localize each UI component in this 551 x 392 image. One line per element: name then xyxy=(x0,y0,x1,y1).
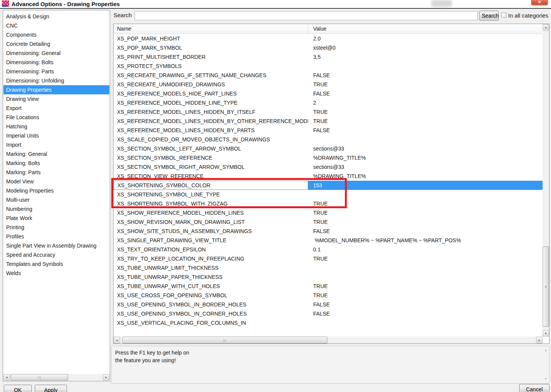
sidebar-item[interactable]: Dimensioning: Parts xyxy=(3,67,109,76)
sidebar-item[interactable]: Hatching xyxy=(3,122,109,131)
sidebar-item[interactable]: Marking: General xyxy=(3,149,109,159)
option-name-cell[interactable]: XS_REFERENCE_MODEL_HIDDEN_LINE_TYPE xyxy=(114,98,308,107)
sidebar-item[interactable]: Concrete Detailing xyxy=(3,39,109,49)
option-name-cell[interactable]: XS_SHOW_SITE_STUDS_IN_ASSEMBLY_DRAWINGS xyxy=(114,227,308,236)
option-name-cell[interactable]: XS_USE_OPENING_SYMBOL_IN_CORNER_HOLES xyxy=(114,309,308,318)
sidebar-item[interactable]: Plate Work xyxy=(3,214,109,223)
option-name-cell[interactable]: XS_TRY_TO_KEEP_LOCATION_IN_FREEPLACING xyxy=(114,254,308,263)
sidebar-item[interactable]: Marking: Parts xyxy=(3,168,109,177)
sidebar-item[interactable]: Model View xyxy=(3,177,109,186)
sidebar-horizontal-scrollbar[interactable]: ◄ ||| ► xyxy=(3,374,109,381)
table-row[interactable]: XS_REFERENCE_MODELS_HIDE_PART_LINES FALS… xyxy=(114,89,543,98)
option-value-cell[interactable] xyxy=(308,263,543,272)
option-name-cell[interactable]: XS_USE_VERTICAL_PLACING_FOR_COLUMNS_IN xyxy=(114,318,308,327)
table-row[interactable]: XS_SECTION_SYMBOL_REFERENCE %DRAWING_TIT… xyxy=(114,153,543,162)
sidebar-item[interactable]: Imperial Units xyxy=(3,131,109,140)
option-name-cell[interactable]: XS_PRINT_MULTISHEET_BORDER xyxy=(114,52,308,62)
sidebar-item[interactable]: Import xyxy=(3,140,109,149)
option-name-cell[interactable]: XS_SECTION_SYMBOL_REFERENCE xyxy=(114,153,308,162)
option-name-cell[interactable]: XS_TUBE_UNWRAP_PAPER_THICKNESS xyxy=(114,272,308,282)
table-scrollbar-track[interactable]: ||| xyxy=(120,337,536,343)
option-name-cell[interactable]: XS_TEXT_ORIENTATION_EPSILON xyxy=(114,245,308,254)
option-value-cell[interactable]: TRUE xyxy=(308,199,543,208)
option-value-cell[interactable]: 2 xyxy=(308,98,543,107)
sidebar-item[interactable]: Analysis & Design xyxy=(3,12,109,21)
option-value-cell[interactable] xyxy=(308,135,543,144)
sidebar-item[interactable]: Drawing View xyxy=(3,94,109,104)
option-value-cell[interactable]: TRUE xyxy=(308,117,543,126)
sidebar-item[interactable]: Welds xyxy=(3,269,109,278)
option-name-cell[interactable]: XS_TUBE_UNWRAP_WITH_CUT_HOLES xyxy=(114,282,308,291)
table-row[interactable]: XS_USE_OPENING_SYMBOL_IN_BORDER_HOLES FA… xyxy=(114,300,543,309)
sidebar-item[interactable]: Printing xyxy=(3,223,109,232)
table-row[interactable]: XS_RECREATE_UNMODIFIED_DRAWINGS TRUE xyxy=(114,80,543,89)
table-row[interactable]: XS_SHOW_REFERENCE_MODEL_HIDDEN_LINES TRU… xyxy=(114,208,543,217)
table-row[interactable]: XS_PRINT_MULTISHEET_BORDER 3,5 xyxy=(114,52,543,62)
table-row[interactable]: XS_RECREATE_DRAWING_IF_SETTING_NAME_CHAN… xyxy=(114,71,543,80)
table-row[interactable]: XS_SHORTENING_SYMBOL_LINE_TYPE xyxy=(114,190,543,199)
table-row[interactable]: XS_SINGLE_PART_DRAWING_VIEW_TITLE %MODEL… xyxy=(114,236,543,245)
table-row[interactable]: XS_POP_MARK_SYMBOL xsteel@0 xyxy=(114,43,543,52)
option-value-cell[interactable] xyxy=(308,190,543,199)
sidebar-item[interactable]: Components xyxy=(3,30,109,39)
table-row[interactable]: XS_POP_MARK_HEIGHT 2.0 xyxy=(114,34,543,43)
option-name-cell[interactable]: XS_SECTION_SYMBOL_LEFT_ARROW_SYMBOL xyxy=(114,144,308,153)
table-row[interactable]: XS_SECTION_SYMBOL_RIGHT_ARROW_SYMBOL sec… xyxy=(114,162,543,172)
sidebar-item[interactable]: Multi-user xyxy=(3,195,109,204)
option-value-cell[interactable]: sections@33 xyxy=(308,144,543,153)
option-value-cell[interactable]: FALSE xyxy=(308,309,543,318)
option-value-cell[interactable]: TRUE xyxy=(308,217,543,227)
option-value-cell[interactable]: sections@33 xyxy=(308,162,543,172)
option-name-cell[interactable]: XS_SHOW_REFERENCE_MODEL_HIDDEN_LINES xyxy=(114,208,308,217)
sidebar-scrollbar-track[interactable]: ||| xyxy=(10,374,103,381)
scroll-up-icon[interactable]: ▲ xyxy=(543,24,549,31)
sidebar-item[interactable]: File Locations xyxy=(3,113,109,122)
scroll-right-icon[interactable]: ► xyxy=(103,374,109,381)
option-name-cell[interactable]: XS_SECTION_VIEW_REFERENCE xyxy=(114,172,308,181)
option-value-cell[interactable]: TRUE xyxy=(308,254,543,263)
option-name-cell[interactable]: XS_REFERENCE_MODEL_LINES_HIDDEN_BY_ITSEL… xyxy=(114,107,308,117)
option-value-cell[interactable]: FALSE xyxy=(308,227,543,236)
table-row[interactable]: XS_SHORTENING_SYMBOL_COLOR 153 xyxy=(114,181,543,190)
option-name-cell[interactable]: XS_SHORTENING_SYMBOL_WITH_ZIGZAG xyxy=(114,199,308,208)
table-row[interactable]: XS_SECTION_SYMBOL_LEFT_ARROW_SYMBOL sect… xyxy=(114,144,543,153)
option-value-cell[interactable] xyxy=(308,318,543,327)
option-name-cell[interactable]: XS_REFERENCE_MODEL_LINES_HIDDEN_BY_PARTS xyxy=(114,126,308,135)
option-value-cell[interactable] xyxy=(308,272,543,282)
sidebar-item[interactable]: Profiles xyxy=(3,232,109,241)
table-vscrollbar-thumb[interactable]: ≡ xyxy=(543,246,549,327)
sidebar-item[interactable]: Speed and Accuracy xyxy=(3,250,109,259)
table-hscrollbar-thumb[interactable]: ||| xyxy=(122,337,327,343)
all-categories-label[interactable]: In all categories xyxy=(508,12,548,19)
option-value-cell[interactable]: TRUE xyxy=(308,107,543,117)
search-button[interactable]: Search xyxy=(479,11,499,21)
table-row[interactable]: XS_REFERENCE_MODEL_LINES_HIDDEN_BY_ITSEL… xyxy=(114,107,543,117)
option-name-cell[interactable]: XS_TUBE_UNWRAP_LIMIT_THICKNESS xyxy=(114,263,308,272)
sidebar-item[interactable]: Dimensioning: General xyxy=(3,49,109,58)
table-row[interactable]: XS_SHOW_REVISION_MARK_ON_DRAWING_LIST TR… xyxy=(114,217,543,227)
cancel-button[interactable]: Cancel xyxy=(519,384,549,392)
sidebar-item[interactable]: Marking: Bolts xyxy=(3,159,109,168)
table-horizontal-scrollbar[interactable]: ◄ ||| ► xyxy=(114,337,543,343)
column-header-value[interactable]: Value xyxy=(308,24,327,34)
option-name-cell[interactable]: XS_SHOW_REVISION_MARK_ON_DRAWING_LIST xyxy=(114,217,308,227)
sidebar-item[interactable]: CNC xyxy=(3,21,109,30)
apply-button[interactable]: Apply xyxy=(35,385,67,392)
table-row[interactable]: XS_SECTION_VIEW_REFERENCE %DRAWING_TITLE… xyxy=(114,172,543,181)
option-value-cell[interactable]: FALSE xyxy=(308,89,543,98)
option-value-cell[interactable] xyxy=(308,62,543,71)
option-name-cell[interactable]: XS_REFERENCE_MODELS_HIDE_PART_LINES xyxy=(114,89,308,98)
sidebar-item[interactable]: Single Part View in Assembly Drawing xyxy=(3,241,109,250)
option-value-cell[interactable]: TRUE xyxy=(308,208,543,217)
option-value-cell[interactable]: TRUE xyxy=(308,291,543,300)
all-categories-checkbox[interactable] xyxy=(501,13,506,18)
option-value-cell[interactable]: %DRAWING_TITLE% xyxy=(308,172,543,181)
option-name-cell[interactable]: XS_SHORTENING_SYMBOL_LINE_TYPE xyxy=(114,190,308,199)
option-value-cell[interactable]: FALSE xyxy=(308,300,543,309)
option-value-cell[interactable]: 3,5 xyxy=(308,52,543,62)
table-row[interactable]: XS_TEXT_ORIENTATION_EPSILON 0.1 xyxy=(114,245,543,254)
option-name-cell[interactable]: XS_REFERENCE_MODEL_LINES_HIDDEN_BY_OTHER… xyxy=(114,117,308,126)
table-row[interactable]: XS_SHOW_SITE_STUDS_IN_ASSEMBLY_DRAWINGS … xyxy=(114,227,543,236)
scroll-left-icon[interactable]: ◄ xyxy=(3,374,10,381)
option-name-cell[interactable]: XS_PROTECT_SYMBOLS xyxy=(114,62,308,71)
